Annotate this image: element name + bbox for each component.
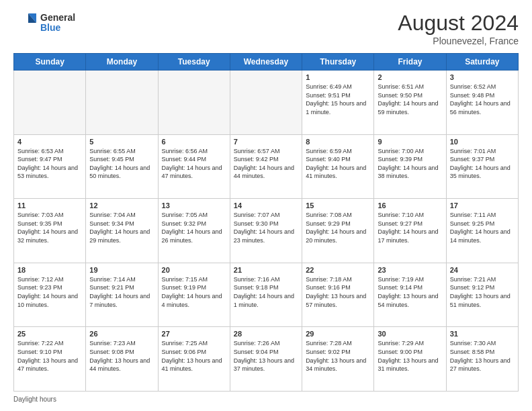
week-row-5: 25 Sunrise: 7:22 AM Sunset: 9:10 PM Dayl…: [14, 327, 519, 392]
calendar-table: SundayMondayTuesdayWednesdayThursdayFrid…: [13, 53, 519, 392]
day-number: 26: [89, 330, 154, 338]
week-row-2: 4 Sunrise: 6:53 AM Sunset: 9:47 PM Dayli…: [14, 134, 519, 199]
day-number: 30: [378, 330, 442, 338]
day-cell-25: 25 Sunrise: 7:22 AM Sunset: 9:10 PM Dayl…: [14, 327, 86, 392]
day-number: 31: [450, 330, 515, 338]
day-info: Sunrise: 6:55 AM Sunset: 9:45 PM Dayligh…: [89, 147, 154, 181]
day-cell-29: 29 Sunrise: 7:28 AM Sunset: 9:02 PM Dayl…: [302, 327, 374, 392]
day-number: 16: [378, 201, 442, 210]
day-cell-30: 30 Sunrise: 7:29 AM Sunset: 9:00 PM Dayl…: [374, 327, 446, 392]
day-number: 22: [306, 266, 370, 274]
day-number: 29: [306, 330, 370, 338]
logo-general: General: [40, 13, 75, 23]
month-title: August 2024: [398, 11, 519, 36]
day-cell-empty-0-0: [14, 71, 86, 135]
day-info: Sunrise: 7:29 AM Sunset: 9:00 PM Dayligh…: [378, 339, 442, 373]
day-info: Sunrise: 6:53 AM Sunset: 9:47 PM Dayligh…: [17, 147, 82, 181]
day-cell-27: 27 Sunrise: 7:25 AM Sunset: 9:06 PM Dayl…: [158, 327, 230, 392]
week-row-1: 1 Sunrise: 6:49 AM Sunset: 9:51 PM Dayli…: [14, 71, 519, 135]
header: General Blue August 2024 Plounevezel, Fr…: [13, 11, 519, 46]
col-header-friday: Friday: [374, 54, 446, 71]
day-info: Sunrise: 7:03 AM Sunset: 9:35 PM Dayligh…: [17, 211, 82, 244]
day-cell-1: 1 Sunrise: 6:49 AM Sunset: 9:51 PM Dayli…: [302, 71, 374, 135]
day-cell-6: 6 Sunrise: 6:56 AM Sunset: 9:44 PM Dayli…: [158, 134, 230, 199]
day-info: Sunrise: 7:28 AM Sunset: 9:02 PM Dayligh…: [306, 339, 370, 373]
calendar-header-row: SundayMondayTuesdayWednesdayThursdayFrid…: [14, 54, 519, 71]
day-cell-18: 18 Sunrise: 7:12 AM Sunset: 9:23 PM Dayl…: [14, 263, 86, 327]
day-number: 15: [306, 201, 370, 210]
day-cell-12: 12 Sunrise: 7:04 AM Sunset: 9:34 PM Dayl…: [86, 199, 158, 263]
day-number: 12: [89, 201, 154, 210]
day-info: Sunrise: 7:11 AM Sunset: 9:25 PM Dayligh…: [450, 211, 515, 244]
day-info: Sunrise: 7:26 AM Sunset: 9:04 PM Dayligh…: [234, 339, 298, 373]
day-info: Sunrise: 7:25 AM Sunset: 9:06 PM Dayligh…: [162, 339, 226, 373]
day-info: Sunrise: 7:15 AM Sunset: 9:19 PM Dayligh…: [162, 275, 226, 309]
day-cell-empty-0-1: [86, 71, 158, 135]
day-info: Sunrise: 7:19 AM Sunset: 9:14 PM Dayligh…: [378, 275, 442, 309]
day-number: 7: [234, 138, 298, 146]
day-number: 9: [378, 138, 442, 146]
day-number: 8: [306, 138, 370, 146]
day-number: 20: [162, 266, 226, 274]
day-cell-10: 10 Sunrise: 7:01 AM Sunset: 9:37 PM Dayl…: [446, 134, 518, 199]
day-cell-empty-0-2: [158, 71, 230, 135]
day-info: Sunrise: 7:00 AM Sunset: 9:39 PM Dayligh…: [378, 147, 442, 181]
day-cell-24: 24 Sunrise: 7:21 AM Sunset: 9:12 PM Dayl…: [446, 263, 518, 327]
day-cell-31: 31 Sunrise: 7:30 AM Sunset: 8:58 PM Dayl…: [446, 327, 518, 392]
week-row-3: 11 Sunrise: 7:03 AM Sunset: 9:35 PM Dayl…: [14, 199, 519, 263]
day-number: 18: [17, 266, 82, 274]
col-header-thursday: Thursday: [302, 54, 374, 71]
day-info: Sunrise: 7:10 AM Sunset: 9:27 PM Dayligh…: [378, 211, 442, 244]
day-number: 14: [234, 201, 298, 210]
day-number: 24: [450, 266, 515, 274]
day-info: Sunrise: 6:51 AM Sunset: 9:50 PM Dayligh…: [378, 83, 442, 116]
day-info: Sunrise: 6:57 AM Sunset: 9:42 PM Dayligh…: [234, 147, 298, 181]
day-info: Sunrise: 7:18 AM Sunset: 9:16 PM Dayligh…: [306, 275, 370, 309]
day-cell-9: 9 Sunrise: 7:00 AM Sunset: 9:39 PM Dayli…: [374, 134, 446, 199]
day-cell-16: 16 Sunrise: 7:10 AM Sunset: 9:27 PM Dayl…: [374, 199, 446, 263]
col-header-saturday: Saturday: [446, 54, 518, 71]
day-info: Sunrise: 7:23 AM Sunset: 9:08 PM Dayligh…: [89, 339, 154, 373]
day-number: 6: [162, 138, 226, 146]
day-cell-19: 19 Sunrise: 7:14 AM Sunset: 9:21 PM Dayl…: [86, 263, 158, 327]
daylight-label: Daylight hours: [13, 396, 56, 403]
day-info: Sunrise: 7:30 AM Sunset: 8:58 PM Dayligh…: [450, 339, 515, 373]
day-info: Sunrise: 7:08 AM Sunset: 9:29 PM Dayligh…: [306, 211, 370, 244]
day-cell-23: 23 Sunrise: 7:19 AM Sunset: 9:14 PM Dayl…: [374, 263, 446, 327]
day-info: Sunrise: 6:59 AM Sunset: 9:40 PM Dayligh…: [306, 147, 370, 181]
col-header-tuesday: Tuesday: [158, 54, 230, 71]
day-cell-2: 2 Sunrise: 6:51 AM Sunset: 9:50 PM Dayli…: [374, 71, 446, 135]
logo-blue: Blue: [40, 23, 75, 33]
day-info: Sunrise: 6:49 AM Sunset: 9:51 PM Dayligh…: [306, 83, 370, 116]
day-number: 10: [450, 138, 515, 146]
day-cell-8: 8 Sunrise: 6:59 AM Sunset: 9:40 PM Dayli…: [302, 134, 374, 199]
day-number: 1: [306, 73, 370, 81]
day-number: 17: [450, 201, 515, 210]
day-cell-7: 7 Sunrise: 6:57 AM Sunset: 9:42 PM Dayli…: [230, 134, 302, 199]
day-info: Sunrise: 7:04 AM Sunset: 9:34 PM Dayligh…: [89, 211, 154, 244]
day-cell-11: 11 Sunrise: 7:03 AM Sunset: 9:35 PM Dayl…: [14, 199, 86, 263]
day-cell-13: 13 Sunrise: 7:05 AM Sunset: 9:32 PM Dayl…: [158, 199, 230, 263]
col-header-wednesday: Wednesday: [230, 54, 302, 71]
day-info: Sunrise: 7:05 AM Sunset: 9:32 PM Dayligh…: [162, 211, 226, 244]
day-info: Sunrise: 7:01 AM Sunset: 9:37 PM Dayligh…: [450, 147, 515, 181]
day-number: 13: [162, 201, 226, 210]
day-cell-28: 28 Sunrise: 7:26 AM Sunset: 9:04 PM Dayl…: [230, 327, 302, 392]
day-number: 2: [378, 73, 442, 81]
day-cell-empty-0-3: [230, 71, 302, 135]
day-cell-4: 4 Sunrise: 6:53 AM Sunset: 9:47 PM Dayli…: [14, 134, 86, 199]
logo: General Blue: [13, 11, 75, 35]
day-number: 21: [234, 266, 298, 274]
day-number: 4: [17, 138, 82, 146]
day-cell-14: 14 Sunrise: 7:07 AM Sunset: 9:30 PM Dayl…: [230, 199, 302, 263]
day-info: Sunrise: 7:12 AM Sunset: 9:23 PM Dayligh…: [17, 275, 82, 309]
day-number: 28: [234, 330, 298, 338]
day-number: 5: [89, 138, 154, 146]
page: General Blue August 2024 Plounevezel, Fr…: [0, 0, 532, 411]
day-number: 23: [378, 266, 442, 274]
location-subtitle: Plounevezel, France: [398, 36, 519, 46]
title-block: August 2024 Plounevezel, France: [398, 11, 519, 46]
day-info: Sunrise: 6:52 AM Sunset: 9:48 PM Dayligh…: [450, 83, 515, 116]
day-info: Sunrise: 7:22 AM Sunset: 9:10 PM Dayligh…: [17, 339, 82, 373]
day-number: 25: [17, 330, 82, 338]
